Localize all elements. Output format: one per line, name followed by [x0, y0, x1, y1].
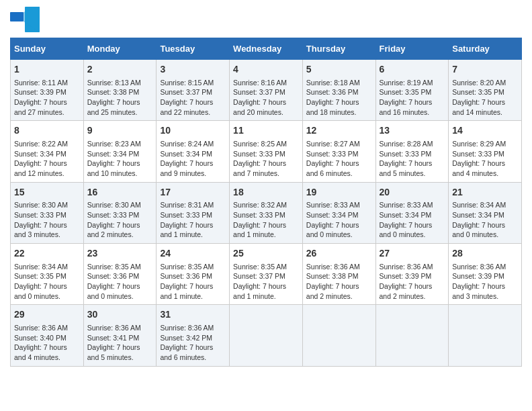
day-info: Sunrise: 8:34 AMSunset: 3:34 PMDaylight:… — [452, 200, 518, 240]
calendar-cell: 12Sunrise: 8:27 AMSunset: 3:33 PMDayligh… — [302, 121, 375, 182]
day-info: Sunrise: 8:15 AMSunset: 3:37 PMDaylight:… — [160, 78, 226, 118]
header-day-tuesday: Tuesday — [157, 38, 230, 60]
calendar-cell — [302, 305, 375, 366]
week-row-1: 1Sunrise: 8:11 AMSunset: 3:39 PMDaylight… — [11, 60, 522, 121]
week-row-2: 8Sunrise: 8:22 AMSunset: 3:34 PMDaylight… — [11, 121, 522, 182]
day-number: 16 — [87, 186, 153, 199]
day-number: 7 — [452, 63, 518, 77]
calendar-cell: 20Sunrise: 8:33 AMSunset: 3:34 PMDayligh… — [375, 182, 449, 243]
day-info: Sunrise: 8:31 AMSunset: 3:33 PMDaylight:… — [160, 200, 226, 240]
day-number: 13 — [380, 124, 445, 138]
day-info: Sunrise: 8:36 AMSunset: 3:39 PMDaylight:… — [452, 262, 518, 302]
day-info: Sunrise: 8:13 AMSunset: 3:38 PMDaylight:… — [87, 78, 153, 118]
header-row: SundayMondayTuesdayWednesdayThursdayFrid… — [11, 38, 522, 60]
calendar-cell: 25Sunrise: 8:35 AMSunset: 3:37 PMDayligh… — [230, 244, 303, 305]
calendar-cell: 21Sunrise: 8:34 AMSunset: 3:34 PMDayligh… — [449, 182, 522, 243]
calendar-cell: 13Sunrise: 8:28 AMSunset: 3:33 PMDayligh… — [375, 121, 449, 182]
calendar-cell: 16Sunrise: 8:30 AMSunset: 3:33 PMDayligh… — [83, 182, 157, 243]
day-info: Sunrise: 8:27 AMSunset: 3:33 PMDaylight:… — [306, 139, 372, 179]
calendar-cell: 6Sunrise: 8:19 AMSunset: 3:35 PMDaylight… — [375, 60, 449, 121]
day-number: 17 — [160, 186, 226, 199]
calendar-cell: 14Sunrise: 8:29 AMSunset: 3:33 PMDayligh… — [449, 121, 522, 182]
header-day-thursday: Thursday — [302, 38, 375, 60]
calendar-cell: 28Sunrise: 8:36 AMSunset: 3:39 PMDayligh… — [449, 244, 522, 305]
calendar-cell: 24Sunrise: 8:35 AMSunset: 3:36 PMDayligh… — [157, 244, 230, 305]
logo — [10, 7, 42, 32]
day-number: 31 — [160, 308, 226, 322]
day-info: Sunrise: 8:23 AMSunset: 3:34 PMDaylight:… — [87, 139, 153, 179]
header-day-wednesday: Wednesday — [230, 38, 303, 60]
day-info: Sunrise: 8:33 AMSunset: 3:34 PMDaylight:… — [306, 200, 372, 240]
day-info: Sunrise: 8:24 AMSunset: 3:34 PMDaylight:… — [160, 139, 226, 179]
week-row-3: 15Sunrise: 8:30 AMSunset: 3:33 PMDayligh… — [11, 182, 522, 243]
calendar-cell: 11Sunrise: 8:25 AMSunset: 3:33 PMDayligh… — [230, 121, 303, 182]
calendar-cell: 15Sunrise: 8:30 AMSunset: 3:33 PMDayligh… — [11, 182, 84, 243]
calendar-cell: 22Sunrise: 8:34 AMSunset: 3:35 PMDayligh… — [11, 244, 84, 305]
day-number: 27 — [380, 247, 445, 261]
day-info: Sunrise: 8:11 AMSunset: 3:39 PMDaylight:… — [14, 78, 80, 118]
calendar-cell: 3Sunrise: 8:15 AMSunset: 3:37 PMDaylight… — [157, 60, 230, 121]
day-number: 10 — [160, 124, 226, 138]
day-number: 22 — [14, 247, 80, 261]
day-info: Sunrise: 8:28 AMSunset: 3:33 PMDaylight:… — [380, 139, 445, 179]
page-header — [10, 7, 522, 32]
calendar-cell: 19Sunrise: 8:33 AMSunset: 3:34 PMDayligh… — [302, 182, 375, 243]
calendar-cell: 2Sunrise: 8:13 AMSunset: 3:38 PMDaylight… — [83, 60, 157, 121]
day-info: Sunrise: 8:19 AMSunset: 3:35 PMDaylight:… — [380, 78, 445, 118]
calendar-cell: 8Sunrise: 8:22 AMSunset: 3:34 PMDaylight… — [11, 121, 84, 182]
day-info: Sunrise: 8:20 AMSunset: 3:35 PMDaylight:… — [452, 78, 518, 118]
day-number: 23 — [87, 247, 153, 261]
day-number: 29 — [14, 308, 80, 322]
day-info: Sunrise: 8:34 AMSunset: 3:35 PMDaylight:… — [14, 262, 80, 302]
day-number: 8 — [14, 124, 80, 138]
calendar-cell: 30Sunrise: 8:36 AMSunset: 3:41 PMDayligh… — [83, 305, 157, 366]
day-number: 9 — [87, 124, 153, 138]
calendar-table: SundayMondayTuesdayWednesdayThursdayFrid… — [10, 38, 522, 367]
day-number: 21 — [452, 186, 518, 199]
day-number: 3 — [160, 63, 226, 77]
day-info: Sunrise: 8:29 AMSunset: 3:33 PMDaylight:… — [452, 139, 518, 179]
calendar-cell: 7Sunrise: 8:20 AMSunset: 3:35 PMDaylight… — [449, 60, 522, 121]
day-info: Sunrise: 8:35 AMSunset: 3:37 PMDaylight:… — [233, 262, 299, 302]
calendar-cell — [449, 305, 522, 366]
calendar-cell: 4Sunrise: 8:16 AMSunset: 3:37 PMDaylight… — [230, 60, 303, 121]
day-info: Sunrise: 8:30 AMSunset: 3:33 PMDaylight:… — [87, 200, 153, 240]
day-number: 15 — [14, 186, 80, 199]
logo-icon — [10, 7, 40, 32]
day-number: 24 — [160, 247, 226, 261]
header-day-saturday: Saturday — [449, 38, 522, 60]
day-info: Sunrise: 8:36 AMSunset: 3:42 PMDaylight:… — [160, 323, 226, 363]
day-info: Sunrise: 8:32 AMSunset: 3:33 PMDaylight:… — [233, 200, 299, 240]
day-info: Sunrise: 8:36 AMSunset: 3:40 PMDaylight:… — [14, 323, 80, 363]
day-info: Sunrise: 8:16 AMSunset: 3:37 PMDaylight:… — [233, 78, 299, 118]
day-info: Sunrise: 8:36 AMSunset: 3:38 PMDaylight:… — [306, 262, 372, 302]
calendar-cell: 9Sunrise: 8:23 AMSunset: 3:34 PMDaylight… — [83, 121, 157, 182]
day-number: 19 — [306, 186, 372, 199]
day-number: 6 — [380, 63, 445, 77]
day-number: 1 — [14, 63, 80, 77]
day-info: Sunrise: 8:35 AMSunset: 3:36 PMDaylight:… — [160, 262, 226, 302]
header-day-monday: Monday — [83, 38, 157, 60]
day-number: 14 — [452, 124, 518, 138]
day-info: Sunrise: 8:36 AMSunset: 3:39 PMDaylight:… — [380, 262, 445, 302]
calendar-cell: 31Sunrise: 8:36 AMSunset: 3:42 PMDayligh… — [157, 305, 230, 366]
day-info: Sunrise: 8:25 AMSunset: 3:33 PMDaylight:… — [233, 139, 299, 179]
calendar-cell: 5Sunrise: 8:18 AMSunset: 3:36 PMDaylight… — [302, 60, 375, 121]
week-row-5: 29Sunrise: 8:36 AMSunset: 3:40 PMDayligh… — [11, 305, 522, 366]
day-number: 28 — [452, 247, 518, 261]
day-info: Sunrise: 8:36 AMSunset: 3:41 PMDaylight:… — [87, 323, 153, 363]
day-number: 11 — [233, 124, 299, 138]
calendar-body: 1Sunrise: 8:11 AMSunset: 3:39 PMDaylight… — [11, 60, 522, 367]
day-number: 12 — [306, 124, 372, 138]
day-number: 5 — [306, 63, 372, 77]
svg-rect-0 — [10, 12, 24, 21]
calendar-cell: 18Sunrise: 8:32 AMSunset: 3:33 PMDayligh… — [230, 182, 303, 243]
calendar-cell: 27Sunrise: 8:36 AMSunset: 3:39 PMDayligh… — [375, 244, 449, 305]
calendar-cell: 29Sunrise: 8:36 AMSunset: 3:40 PMDayligh… — [11, 305, 84, 366]
day-info: Sunrise: 8:18 AMSunset: 3:36 PMDaylight:… — [306, 78, 372, 118]
week-row-4: 22Sunrise: 8:34 AMSunset: 3:35 PMDayligh… — [11, 244, 522, 305]
day-info: Sunrise: 8:33 AMSunset: 3:34 PMDaylight:… — [380, 200, 445, 240]
calendar-cell — [375, 305, 449, 366]
day-number: 25 — [233, 247, 299, 261]
day-info: Sunrise: 8:22 AMSunset: 3:34 PMDaylight:… — [14, 139, 80, 179]
